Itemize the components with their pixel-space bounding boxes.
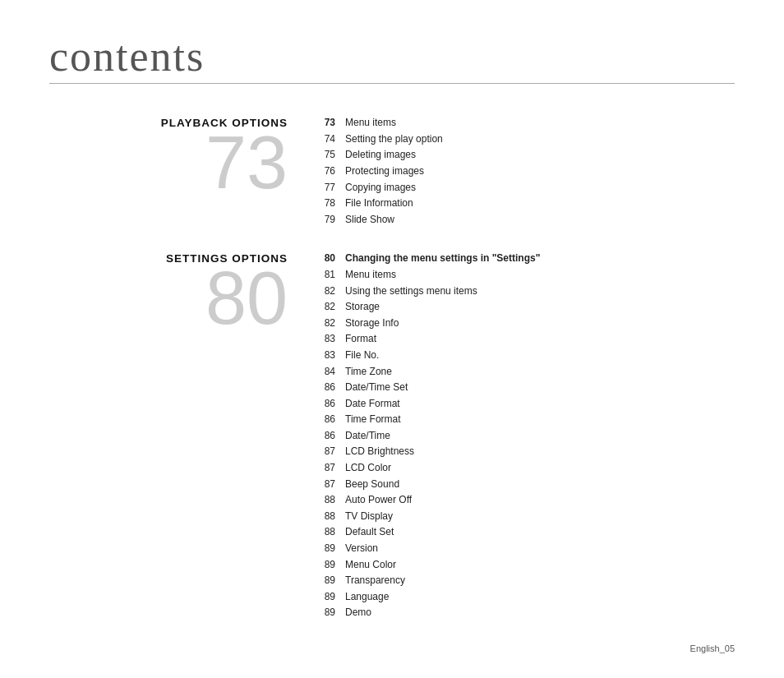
page-header: contents [49, 33, 735, 84]
toc-entry: 89Transparency [312, 573, 735, 588]
section-playback: PLAYBACK OPTIONS7373Menu items74Setting … [49, 108, 735, 228]
toc-entry: 83Format [312, 331, 735, 347]
toc-page-number: 81 [312, 267, 335, 283]
toc-page-number: 74 [312, 131, 335, 147]
toc-label: Menu items [345, 267, 396, 283]
toc-page-number: 80 [312, 251, 335, 266]
section-number-playback: 73 [205, 126, 288, 200]
toc-page-number: 88 [312, 492, 335, 508]
footer-text: English_05 [690, 643, 735, 653]
toc-label: LCD Color [345, 460, 391, 476]
toc-entry: 89Demo [312, 605, 735, 620]
toc-entry: 83File No. [312, 348, 735, 363]
section-number-settings: 80 [205, 261, 288, 335]
toc-entry: 84Time Zone [312, 364, 735, 380]
toc-entry: 76Protecting images [312, 164, 735, 179]
toc-page-number: 82 [312, 299, 335, 315]
toc-entry: 77Copying images [312, 180, 735, 196]
toc-label: Beep Sound [345, 477, 399, 492]
toc-page-number: 88 [312, 524, 335, 540]
toc-page-number: 89 [312, 541, 335, 556]
toc-entry: 89Version [312, 541, 735, 556]
toc-page-number: 87 [312, 477, 335, 492]
toc-entry: 88Auto Power Off [312, 492, 735, 508]
toc-entry: 78File Information [312, 196, 735, 211]
toc-entry: 87LCD Brightness [312, 444, 735, 459]
toc-entry: 87Beep Sound [312, 477, 735, 492]
toc-label: Format [345, 331, 376, 347]
toc-page-number: 82 [312, 284, 335, 299]
page-footer: English_05 [690, 643, 735, 653]
toc-entry: 88Default Set [312, 524, 735, 540]
toc-label: Version [345, 541, 378, 556]
toc-entry: 82Storage Info [312, 316, 735, 331]
toc-entry: 81Menu items [312, 267, 735, 283]
toc-page-number: 87 [312, 444, 335, 459]
toc-page-number: 83 [312, 348, 335, 363]
toc-entry: 82Storage [312, 299, 735, 315]
toc-content: PLAYBACK OPTIONS7373Menu items74Setting … [49, 108, 735, 638]
toc-label: Default Set [345, 524, 394, 540]
toc-label: Date/Time Set [345, 380, 408, 395]
toc-page-number: 89 [312, 589, 335, 605]
toc-page-number: 73 [312, 115, 335, 131]
toc-page-number: 83 [312, 331, 335, 347]
toc-label: Using the settings menu items [345, 284, 477, 299]
toc-entry: 86Date/Time Set [312, 380, 735, 395]
toc-label: Transparency [345, 573, 405, 588]
section-right-settings: 80Changing the menu settings in "Setting… [312, 244, 735, 621]
toc-label: File Information [345, 196, 413, 211]
toc-entry: 86Date Format [312, 396, 735, 412]
toc-label: Time Zone [345, 364, 392, 380]
toc-page-number: 78 [312, 196, 335, 211]
toc-page-number: 89 [312, 573, 335, 588]
toc-label: Storage Info [345, 316, 399, 331]
toc-page-number: 76 [312, 164, 335, 179]
toc-label: Menu items [345, 115, 396, 131]
toc-entry: 86Date/Time [312, 428, 735, 444]
toc-label: Time Format [345, 412, 401, 427]
page-title: contents [49, 33, 735, 80]
toc-page-number: 77 [312, 180, 335, 196]
toc-page-number: 86 [312, 380, 335, 395]
toc-page-number: 86 [312, 428, 335, 444]
toc-page-number: 89 [312, 557, 335, 573]
toc-label: Slide Show [345, 212, 394, 228]
toc-label: TV Display [345, 509, 393, 524]
toc-entry: 89Menu Color [312, 557, 735, 573]
toc-label: Menu Color [345, 557, 396, 573]
toc-label: Date/Time [345, 428, 390, 444]
toc-page-number: 86 [312, 396, 335, 412]
toc-entry: 79Slide Show [312, 212, 735, 228]
toc-page-number: 87 [312, 460, 335, 476]
toc-entry: 89Language [312, 589, 735, 605]
toc-label: Demo [345, 605, 371, 620]
toc-page-number: 82 [312, 316, 335, 331]
toc-entry: 86Time Format [312, 412, 735, 427]
toc-label: File No. [345, 348, 379, 363]
section-right-playback: 73Menu items74Setting the play option75D… [312, 108, 735, 228]
toc-page-number: 84 [312, 364, 335, 380]
toc-page-number: 88 [312, 509, 335, 524]
toc-entry: 87LCD Color [312, 460, 735, 476]
toc-entry: 80Changing the menu settings in "Setting… [312, 251, 735, 266]
toc-label: Date Format [345, 396, 400, 412]
toc-entry: 75Deleting images [312, 147, 735, 163]
toc-label: Copying images [345, 180, 416, 196]
toc-label: Deleting images [345, 147, 416, 163]
toc-label: Setting the play option [345, 131, 443, 147]
section-settings: SETTINGS OPTIONS8080Changing the menu se… [49, 244, 735, 621]
page: contents PLAYBACK OPTIONS7373Menu items7… [0, 0, 784, 678]
section-left-settings: SETTINGS OPTIONS80 [49, 244, 312, 335]
toc-label: Protecting images [345, 164, 424, 179]
toc-label: Changing the menu settings in "Settings" [345, 251, 540, 266]
toc-entry: 73Menu items [312, 115, 735, 131]
toc-page-number: 79 [312, 212, 335, 228]
toc-entry: 82Using the settings menu items [312, 284, 735, 299]
toc-label: Storage [345, 299, 380, 315]
toc-page-number: 86 [312, 412, 335, 427]
toc-entry: 74Setting the play option [312, 131, 735, 147]
toc-label: LCD Brightness [345, 444, 414, 459]
toc-label: Auto Power Off [345, 492, 412, 508]
toc-entry: 88TV Display [312, 509, 735, 524]
